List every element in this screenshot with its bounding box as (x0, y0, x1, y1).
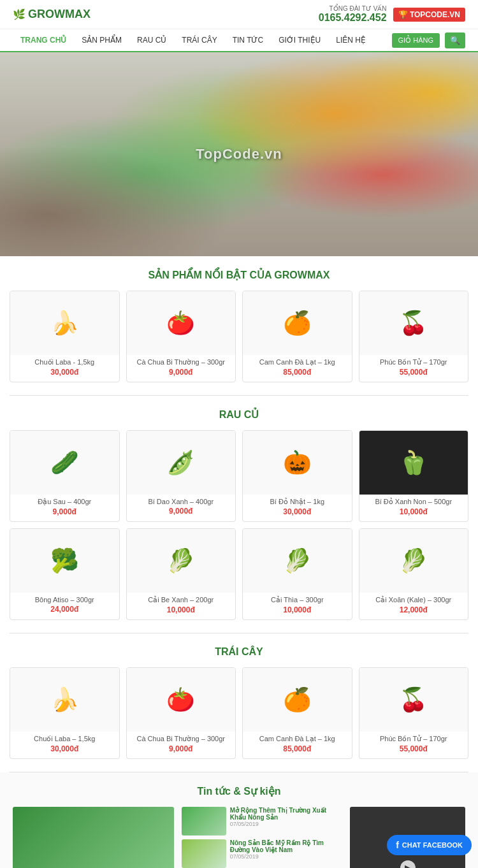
product-image: 🥬 (359, 529, 468, 593)
search-button[interactable]: 🔍 (445, 33, 465, 48)
product-card[interactable]: 🍊 Cam Canh Đà Lạt – 1kg 85,000đ (242, 291, 352, 382)
nav-item-raucu[interactable]: RAU CỦ (129, 29, 174, 51)
product-name: Cải Xoăn (Kale) – 300gr (359, 593, 468, 605)
topcode-badge[interactable]: 🏆 TOPCODE.VN (393, 8, 465, 22)
product-name: Cam Canh Đà Lạt – 1kg (243, 732, 352, 744)
news-sub-date: 07/05/2019 (230, 821, 343, 827)
support-phone[interactable]: 0165.4292.452 (319, 12, 387, 24)
news-sub-item[interactable]: Nông Sản Bắc Mỹ Rầm Rộ Tìm Đường Vào Việ… (182, 839, 343, 868)
news-sub-column: Mở Rộng Thêm Thị Trường Xuất Khẩu Nông S… (182, 807, 343, 868)
product-price: 9,000đ (10, 507, 119, 521)
product-image: 🥒 (10, 431, 119, 495)
product-image: 🥬 (243, 529, 352, 593)
product-name: Phúc Bồn Tử – 170gr (359, 355, 468, 368)
nav-item-sanpham[interactable]: SẢN PHẨM (74, 29, 129, 51)
product-price: 10,000đ (359, 507, 468, 521)
product-card[interactable]: 🍒 Phúc Bồn Tử – 170gr 55,000đ (359, 291, 469, 382)
product-card[interactable]: 🍒 Phúc Bồn Tử – 170gr 55,000đ (359, 667, 469, 759)
product-price: 9,000đ (127, 368, 236, 382)
product-card[interactable]: 🎃 Bí Đỏ Nhật – 1kg 30,000đ (242, 430, 352, 522)
product-image: 🍒 (359, 291, 468, 355)
support-info: TỔNG ĐÀI TƯ VẤN 0165.4292.452 (319, 5, 387, 24)
product-name: Cải Thìa – 300gr (243, 593, 352, 605)
logo-leaf-icon: 🌿 (13, 8, 25, 20)
header: 🌿 GROWMAX TỔNG ĐÀI TƯ VẤN 0165.4292.452 … (0, 0, 478, 29)
product-image: 🍌 (10, 291, 119, 355)
product-name: Chuối Laba – 1,5kg (10, 732, 119, 744)
featured-section: SẢN PHẨM NỔI BẬT CỦA GROWMAX 🍌 Chuối Lab… (0, 256, 478, 395)
featured-grid: 🍌 Chuối Laba - 1,5kg 30,000đ 🍅 Cà Chua B… (10, 291, 468, 382)
product-name: Bí Dao Xanh – 400gr (127, 495, 236, 507)
product-name: Cà Chua Bi Thường – 300gr (127, 355, 236, 368)
play-button[interactable]: ▶ (400, 860, 416, 869)
product-card[interactable]: 🥬 Cải Be Xanh – 200gr 10,000đ (126, 528, 236, 620)
product-image: 🍒 (359, 668, 468, 732)
nav-item-tintuc[interactable]: TIN TỨC (225, 29, 271, 51)
fruits-section: TRÁI CÂY 🍌 Chuối Laba – 1,5kg 30,000đ 🍅 … (0, 633, 478, 772)
product-price: 9,000đ (127, 744, 236, 758)
product-name: Cà Chua Bi Thường – 300gr (127, 732, 236, 744)
product-name: Phúc Bồn Tử – 170gr (359, 732, 468, 744)
fruits-title: TRÁI CÂY (10, 646, 468, 658)
product-name: Cam Canh Đà Lạt – 1kg (243, 355, 352, 368)
product-price: 55,000đ (359, 368, 468, 382)
facebook-icon: f (396, 840, 399, 850)
product-price: 12,000đ (359, 605, 468, 619)
news-title: Tin tức & Sự kiện (10, 785, 468, 797)
news-sub-thumb (182, 839, 226, 868)
product-name: Đậu Sau – 400gr (10, 495, 119, 507)
news-sub-title: Nông Sản Bắc Mỹ Rầm Rộ Tìm Đường Vào Việ… (230, 839, 343, 853)
product-image: 🍅 (127, 291, 236, 355)
product-card[interactable]: 🍅 Cà Chua Bi Thường – 300gr 9,000đ (126, 667, 236, 759)
product-card[interactable]: 🥬 Cải Thìa – 300gr 10,000đ (242, 528, 352, 620)
chat-label: CHAT FACEBOOK (402, 841, 463, 849)
product-card[interactable]: 🍊 Cam Canh Đà Lạt – 1kg 85,000đ (242, 667, 352, 759)
product-card[interactable]: 🍅 Cà Chua Bi Thường – 300gr 9,000đ (126, 291, 236, 382)
product-card[interactable]: 🍌 Chuối Laba - 1,5kg 30,000đ (10, 291, 120, 382)
product-image: 🥬 (127, 529, 236, 593)
nav-item-gioithieu[interactable]: GIỚI THIỆU (271, 29, 328, 51)
product-image: 🎃 (243, 431, 352, 495)
product-image: 🫑 (359, 431, 468, 495)
news-sub-info: Mở Rộng Thêm Thị Trường Xuất Khẩu Nông S… (230, 807, 343, 827)
news-sub-item[interactable]: Mở Rộng Thêm Thị Trường Xuất Khẩu Nông S… (182, 807, 343, 835)
chat-facebook-button[interactable]: f CHAT FACEBOOK (387, 835, 472, 855)
cart-button[interactable]: GIỎ HÀNG (392, 33, 440, 48)
product-card[interactable]: 🫛 Bí Dao Xanh – 400gr 9,000đ (126, 430, 236, 522)
product-name: Chuối Laba - 1,5kg (10, 355, 119, 368)
nav-item-traicay[interactable]: TRÁI CÂY (174, 29, 224, 51)
product-name: Bông Atiso – 300gr (10, 593, 119, 605)
product-card[interactable]: 🍌 Chuối Laba – 1,5kg 30,000đ (10, 667, 120, 759)
product-card[interactable]: 🫑 Bí Đỏ Xanh Non – 500gr 10,000đ (359, 430, 469, 522)
product-name: Bí Đỏ Xanh Non – 500gr (359, 495, 468, 507)
vegetables-section: RAU CỦ 🥒 Đậu Sau – 400gr 9,000đ 🫛 Bí Dao… (0, 396, 478, 633)
product-card[interactable]: 🥒 Đậu Sau – 400gr 9,000đ (10, 430, 120, 522)
nav-item-trangchu[interactable]: TRANG CHỦ (13, 29, 74, 52)
nav-right: GIỎ HÀNG 🔍 (392, 33, 465, 48)
news-main[interactable]: Mở Rộng Thêm Thị Trường Xuất Khẩu Nông S… (13, 807, 174, 868)
news-sub-title: Mở Rộng Thêm Thị Trường Xuất Khẩu Nông S… (230, 807, 343, 821)
nav-item-lienhe[interactable]: LIÊN HỆ (328, 29, 373, 51)
hero-watermark: TopCode.vn (196, 146, 282, 163)
product-price: 24,000đ (10, 605, 119, 619)
product-price: 55,000đ (359, 744, 468, 758)
product-image: 🍌 (10, 668, 119, 732)
news-sub-info: Nông Sản Bắc Mỹ Rầm Rộ Tìm Đường Vào Việ… (230, 839, 343, 860)
product-price: 10,000đ (127, 605, 236, 619)
news-sub-thumb (182, 807, 226, 835)
news-sub-date: 07/05/2019 (230, 853, 343, 860)
vegetables-grid: 🥒 Đậu Sau – 400gr 9,000đ 🫛 Bí Dao Xanh –… (10, 430, 468, 620)
product-image: 🥦 (10, 529, 119, 593)
product-card[interactable]: 🥦 Bông Atiso – 300gr 24,000đ (10, 528, 120, 620)
product-price: 30,000đ (10, 744, 119, 758)
product-card[interactable]: 🥬 Cải Xoăn (Kale) – 300gr 12,000đ (359, 528, 469, 620)
product-price: 10,000đ (243, 605, 352, 619)
featured-title: SẢN PHẨM NỔI BẬT CỦA GROWMAX (10, 269, 468, 281)
product-price: 85,000đ (243, 368, 352, 382)
product-price: 85,000đ (243, 744, 352, 758)
logo[interactable]: 🌿 GROWMAX (13, 8, 91, 21)
product-image: 🫛 (127, 431, 236, 495)
product-name: Cải Be Xanh – 200gr (127, 593, 236, 605)
logo-text: GROWMAX (28, 8, 91, 21)
hero-banner: TopCode.vn (0, 52, 478, 256)
